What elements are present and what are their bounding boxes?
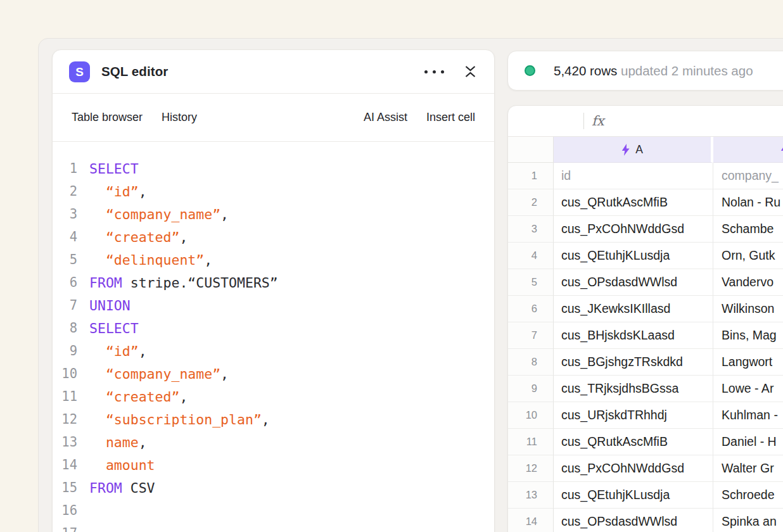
- cell-b[interactable]: Nolan - Ru: [713, 189, 783, 216]
- row-number[interactable]: 1: [508, 163, 554, 189]
- column-header-a[interactable]: A: [554, 137, 713, 163]
- cell-b[interactable]: Wilkinson: [713, 296, 783, 322]
- row-number[interactable]: 7: [508, 322, 554, 349]
- code-line-text: FROM CSV: [89, 480, 155, 496]
- grid-rows: 1idcompany_2cus_QRutkAscMfiBNolan - Ru3c…: [508, 163, 783, 532]
- cell-b[interactable]: Schroede: [713, 482, 783, 509]
- code-line-text: SELECT: [89, 161, 139, 177]
- cell-a[interactable]: cus_QEtuhjKLusdja: [554, 482, 713, 509]
- sql-editor-panel: S SQL editor Table browser History AI As…: [52, 49, 495, 532]
- code-line-number: 9: [53, 343, 77, 358]
- code-line: 14 amount: [53, 453, 494, 476]
- cell-a[interactable]: cus_PxCOhNWddGsd: [554, 455, 713, 482]
- code-line: 6FROM stripe.“CUSTOMERS”: [53, 271, 494, 294]
- row-number[interactable]: 14: [508, 509, 554, 532]
- code-line-text: amount: [89, 457, 155, 473]
- cell-b[interactable]: Langwort: [713, 349, 783, 376]
- sql-editor-badge-letter: S: [75, 66, 84, 78]
- cell-reference-box[interactable]: [508, 106, 583, 136]
- sql-code-editor[interactable]: 1SELECT2 “id”,3 “company_name”,4 “create…: [53, 142, 494, 532]
- row-number[interactable]: 13: [508, 482, 554, 509]
- code-line: 2 “id”,: [53, 180, 494, 203]
- code-line-text: “created”,: [89, 229, 188, 245]
- code-line: 12 “subscription_plan”,: [53, 408, 494, 431]
- code-line: 11 “created”,: [53, 385, 494, 408]
- editor-toolbar: Table browser History AI Assist Insert c…: [53, 94, 494, 142]
- cell-b[interactable]: Schambe: [713, 216, 783, 243]
- cell-b[interactable]: company_: [713, 163, 783, 189]
- screen: S SQL editor Table browser History AI As…: [0, 0, 783, 532]
- row-number[interactable]: 4: [508, 243, 554, 269]
- column-header-b[interactable]: B: [713, 137, 783, 163]
- cell-b[interactable]: Daniel - H: [713, 429, 783, 455]
- table-row: 13cus_QEtuhjKLusdjaSchroede: [508, 482, 783, 509]
- code-line-number: 17: [53, 526, 77, 532]
- row-number[interactable]: 10: [508, 402, 554, 429]
- code-line-text: “created”,: [89, 389, 188, 405]
- code-line: 1SELECT: [53, 157, 494, 180]
- cell-a[interactable]: cus_JKewksIKIllasd: [554, 296, 713, 322]
- row-number[interactable]: 3: [508, 216, 554, 243]
- code-line-number: 8: [53, 320, 77, 336]
- row-number[interactable]: 12: [508, 455, 554, 482]
- row-number[interactable]: 6: [508, 296, 554, 322]
- cell-a[interactable]: cus_QEtuhjKLusdja: [554, 243, 713, 269]
- cell-a[interactable]: cus_QRutkAscMfiB: [554, 189, 713, 216]
- code-line: 9 “id”,: [53, 339, 494, 362]
- panel-title: SQL editor: [101, 64, 168, 79]
- cell-b[interactable]: Lowe - Ar: [713, 376, 783, 402]
- cell-a[interactable]: cus_URjskdTRhhdj: [554, 402, 713, 429]
- code-line-number: 11: [53, 389, 77, 404]
- updated-timestamp: updated 2 minutes ago: [621, 63, 753, 78]
- select-all-corner-cell[interactable]: [508, 137, 554, 163]
- cell-a[interactable]: cus_OPsdasdWWlsd: [554, 509, 713, 532]
- cell-b[interactable]: Walter Gr: [713, 455, 783, 482]
- cell-a[interactable]: cus_BHjskdsKLaasd: [554, 322, 713, 349]
- cell-b[interactable]: Bins, Mag: [713, 322, 783, 349]
- table-row: 1idcompany_: [508, 163, 783, 189]
- status-text: 5,420 rows updated 2 minutes ago: [554, 63, 753, 79]
- sql-editor-badge-icon: S: [69, 61, 90, 82]
- formula-bar: fx: [508, 106, 783, 137]
- table-row: 7cus_BHjskdsKLaasdBins, Mag: [508, 322, 783, 349]
- code-line: 13 name,: [53, 431, 494, 453]
- row-number[interactable]: 8: [508, 349, 554, 376]
- row-number[interactable]: 5: [508, 269, 554, 296]
- tab-table-browser[interactable]: Table browser: [72, 111, 143, 124]
- collapse-icon[interactable]: [463, 63, 478, 80]
- cell-b[interactable]: Orn, Gutk: [713, 243, 783, 269]
- table-row: 6cus_JKewksIKIllasdWilkinson: [508, 296, 783, 322]
- cell-b[interactable]: Spinka an: [713, 509, 783, 532]
- cell-a[interactable]: cus_OPsdasdWWlsd: [554, 269, 713, 296]
- code-line: 8SELECT: [53, 317, 494, 339]
- code-line-number: 4: [53, 229, 77, 244]
- button-ai-assist[interactable]: AI Assist: [364, 111, 407, 124]
- code-line-text: name,: [89, 434, 147, 450]
- row-number[interactable]: 11: [508, 429, 554, 455]
- row-count: 5,420 rows: [554, 63, 617, 78]
- code-line-number: 10: [53, 366, 77, 381]
- sql-editor-header: S SQL editor: [53, 50, 494, 94]
- tab-history[interactable]: History: [162, 111, 197, 124]
- cell-a[interactable]: cus_TRjksjdhsBGssa: [554, 376, 713, 402]
- column-letter: A: [635, 143, 643, 156]
- cell-a[interactable]: cus_PxCOhNWddGsd: [554, 216, 713, 243]
- cell-b[interactable]: Kuhlman -: [713, 402, 783, 429]
- query-status-bar: 5,420 rows updated 2 minutes ago: [507, 51, 783, 91]
- code-line-number: 16: [53, 503, 77, 518]
- code-line-text: “subscription_plan”,: [89, 412, 270, 428]
- cell-b[interactable]: Vandervo: [713, 269, 783, 296]
- code-line-number: 3: [53, 206, 77, 222]
- more-options-icon[interactable]: [423, 68, 445, 76]
- code-line: 16: [53, 499, 494, 522]
- table-row: 11cus_QRutkAscMfiBDaniel - H: [508, 429, 783, 455]
- table-row: 8cus_BGjshgzTRskdkdLangwort: [508, 349, 783, 376]
- row-number[interactable]: 2: [508, 189, 554, 216]
- code-line-number: 2: [53, 184, 77, 199]
- cell-a[interactable]: cus_QRutkAscMfiB: [554, 429, 713, 455]
- cell-a[interactable]: cus_BGjshgzTRskdkd: [554, 349, 713, 376]
- button-insert-cell[interactable]: Insert cell: [426, 111, 475, 124]
- results-spreadsheet-panel: fx A B 1idcompany_2cus_QRutkAscMfiBNolan…: [507, 105, 783, 532]
- row-number[interactable]: 9: [508, 376, 554, 402]
- cell-a[interactable]: id: [554, 163, 713, 189]
